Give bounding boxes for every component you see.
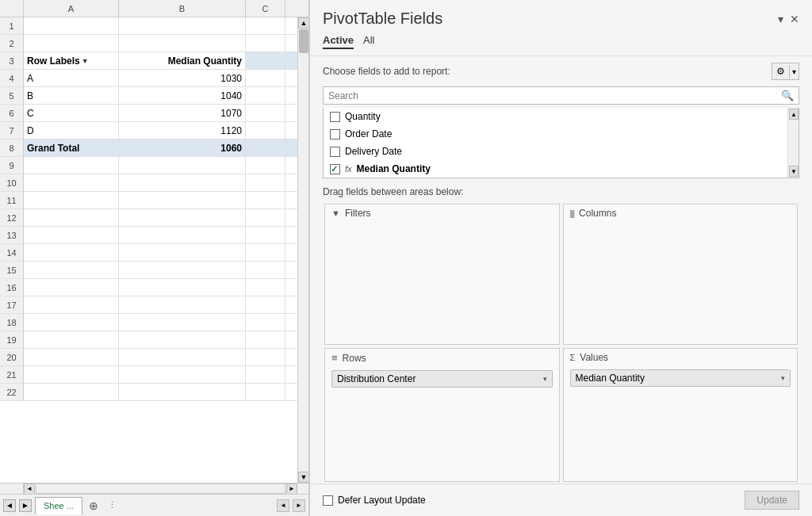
sheet-more-options[interactable]: ⋮ (105, 499, 120, 512)
field-item-order-date[interactable]: Order Date (324, 125, 799, 143)
cell-b13[interactable] (119, 227, 246, 243)
cell-c15[interactable] (246, 262, 285, 278)
cell-b1[interactable] (119, 17, 246, 34)
cell-c7[interactable] (246, 122, 285, 139)
tab-all[interactable]: All (363, 34, 374, 49)
cell-a18[interactable] (24, 314, 119, 331)
rows-chip-dropdown-icon[interactable]: ▾ (543, 375, 547, 383)
cell-a14[interactable] (24, 244, 119, 261)
cell-a1[interactable] (24, 17, 119, 34)
rows-chip-distribution-center[interactable]: Distribution Center ▾ (331, 370, 553, 388)
columns-body[interactable] (564, 222, 798, 269)
cell-b2[interactable] (119, 35, 246, 52)
fields-list-scrollbar[interactable]: ▲ ▼ (787, 108, 799, 178)
cell-b10[interactable] (119, 174, 246, 191)
close-icon[interactable]: ✕ (790, 13, 799, 25)
cell-c1[interactable] (246, 17, 285, 34)
update-button[interactable]: Update (745, 491, 799, 510)
cell-c21[interactable] (246, 366, 285, 383)
field-item-delivery-date[interactable]: Delivery Date (324, 143, 799, 160)
field-checkbox-quantity[interactable] (330, 112, 340, 122)
cell-a20[interactable] (24, 349, 119, 365)
cell-b8[interactable]: 1060 (119, 140, 246, 156)
cell-c20[interactable] (246, 349, 285, 365)
field-checkbox-order-date[interactable] (330, 129, 340, 140)
cell-b5[interactable]: 1040 (119, 87, 246, 104)
horiz-scroll-right[interactable]: ► (293, 499, 305, 512)
field-checkbox-delivery-date[interactable] (330, 147, 340, 157)
cell-b6[interactable]: 1070 (119, 105, 246, 121)
filters-body[interactable] (325, 222, 559, 269)
cell-b17[interactable] (119, 296, 246, 313)
cell-b16[interactable] (119, 279, 246, 296)
cell-a5[interactable]: B (24, 87, 119, 104)
cell-a4[interactable]: A (24, 70, 119, 86)
gear-dropdown-btn[interactable]: ⚙ ▾ (772, 63, 799, 80)
scroll-thumb[interactable] (299, 29, 308, 53)
cell-b7[interactable]: 1120 (119, 122, 246, 139)
cell-b4[interactable]: 1030 (119, 70, 246, 86)
cell-a19[interactable] (24, 331, 119, 348)
field-item-median-quantity[interactable]: ✓ fx Median Quantity (324, 160, 799, 178)
defer-checkbox[interactable] (323, 495, 333, 506)
scroll-right-arrow[interactable]: ► (286, 484, 297, 495)
cell-b21[interactable] (119, 366, 246, 383)
cell-c13[interactable] (246, 227, 285, 243)
cell-a7[interactable]: D (24, 122, 119, 139)
field-item-quantity[interactable]: Quantity (324, 108, 799, 125)
sheet-tab[interactable]: Shee ... (35, 497, 82, 514)
cell-b22[interactable] (119, 384, 246, 400)
cell-a15[interactable] (24, 262, 119, 278)
col-header-b[interactable]: B (119, 0, 246, 17)
cell-c19[interactable] (246, 331, 285, 348)
cell-b18[interactable] (119, 314, 246, 331)
fields-scroll-up[interactable]: ▲ (789, 109, 799, 120)
cell-a2[interactable] (24, 35, 119, 52)
rows-body[interactable]: Distribution Center ▾ (325, 367, 559, 407)
cell-c22[interactable] (246, 384, 285, 400)
cell-c4[interactable] (246, 70, 285, 86)
cell-a21[interactable] (24, 366, 119, 383)
fields-scroll-down[interactable]: ▼ (789, 166, 799, 177)
cell-b9[interactable] (119, 157, 246, 174)
tab-active[interactable]: Active (323, 34, 354, 49)
cell-c9[interactable] (246, 157, 285, 174)
cell-a6[interactable]: C (24, 105, 119, 121)
values-chip-median-quantity[interactable]: Median Quantity ▾ (570, 369, 791, 387)
horizontal-scroll-area[interactable]: ◄ ► (0, 483, 308, 494)
cell-a9[interactable] (24, 157, 119, 174)
cell-b12[interactable] (119, 209, 246, 226)
cell-c12[interactable] (246, 209, 285, 226)
cell-a11[interactable] (24, 192, 119, 208)
cell-c14[interactable] (246, 244, 285, 261)
cell-c18[interactable] (246, 314, 285, 331)
cell-c10[interactable] (246, 174, 285, 191)
cell-c2[interactable] (246, 35, 285, 52)
cell-c16[interactable] (246, 279, 285, 296)
cell-c8[interactable] (246, 140, 285, 156)
field-checkbox-median-quantity[interactable]: ✓ (330, 164, 340, 174)
scroll-left-arrow[interactable]: ◄ (24, 484, 35, 495)
add-sheet-button[interactable]: ⊕ (86, 498, 102, 514)
filter-dropdown-icon[interactable]: ▼ (82, 57, 89, 65)
values-body[interactable]: Median Quantity ▾ (564, 366, 798, 406)
cell-c17[interactable] (246, 296, 285, 313)
cell-b15[interactable] (119, 262, 246, 278)
cell-b14[interactable] (119, 244, 246, 261)
scroll-up-arrow[interactable]: ▲ (298, 17, 308, 29)
cell-a13[interactable] (24, 227, 119, 243)
cell-c11[interactable] (246, 192, 285, 208)
values-chip-dropdown-icon[interactable]: ▾ (781, 374, 785, 382)
cell-a3[interactable]: Row Labels ▼ (24, 52, 119, 69)
cell-a22[interactable] (24, 384, 119, 400)
col-header-a[interactable]: A (24, 0, 119, 17)
cell-c6[interactable] (246, 105, 285, 121)
cell-b19[interactable] (119, 331, 246, 348)
col-header-c[interactable]: C (246, 0, 285, 17)
tab-nav-right[interactable]: ► (19, 499, 32, 512)
tab-nav-left[interactable]: ◄ (3, 499, 16, 512)
cell-c5[interactable] (246, 87, 285, 104)
cell-b20[interactable] (119, 349, 246, 365)
search-input[interactable] (328, 90, 781, 101)
cell-a12[interactable] (24, 209, 119, 226)
